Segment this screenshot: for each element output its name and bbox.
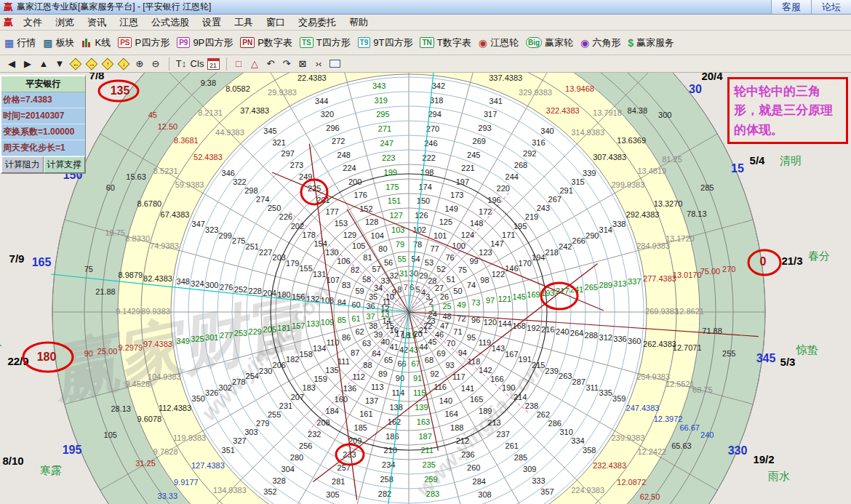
svg-text:54: 54 — [411, 255, 420, 263]
sectors-label: 板块 — [55, 36, 74, 49]
toolbar-button-winner-service[interactable]: $赢家服务 — [628, 36, 674, 49]
tool-contract[interactable]: ›‹ — [311, 57, 326, 71]
svg-text:312: 312 — [599, 333, 612, 342]
svg-text:15.63: 15.63 — [126, 172, 146, 181]
tool-zoom-out[interactable]: ⊖ — [148, 57, 163, 71]
svg-text:346: 346 — [222, 169, 235, 177]
t-square-label: T四方形 — [316, 36, 351, 49]
toolbar-button-quotes[interactable]: ▦行情 — [4, 36, 36, 49]
toolbar-button-gann-wheel[interactable]: ◉江恩轮 — [479, 36, 519, 49]
t-table-label: T数字表 — [437, 36, 471, 49]
menu-item-4[interactable]: 公式选股 — [145, 15, 196, 31]
menu-item-5[interactable]: 设置 — [196, 15, 228, 31]
svg-text:40: 40 — [381, 337, 390, 346]
gann-wheel-label: 江恩轮 — [490, 36, 519, 49]
calc-resistance-button[interactable]: 计算阻力 — [1, 156, 44, 173]
svg-text:150: 150 — [417, 196, 430, 205]
svg-text:167: 167 — [505, 350, 518, 359]
svg-text:305: 305 — [326, 490, 339, 499]
svg-text:256: 256 — [299, 441, 312, 450]
svg-text:264: 264 — [570, 329, 583, 337]
tool-rotate-ccw[interactable]: ↶ — [263, 57, 278, 71]
title-button-1[interactable]: 论坛 — [811, 0, 851, 14]
rotate-cw-icon: ↷ — [283, 58, 291, 69]
info-row-1: 时间=20140307 — [1, 108, 85, 124]
tool-pan-up[interactable]: ↑ — [100, 57, 115, 71]
winner-service-icon: $ — [628, 37, 634, 49]
svg-text:48: 48 — [442, 312, 451, 321]
gann-wheel-chart[interactable]: 赢家财富www.yingjia.comwww.yingjia.com123456… — [0, 73, 851, 504]
svg-text:299: 299 — [219, 231, 232, 240]
svg-text:9.6078: 9.6078 — [137, 415, 162, 423]
svg-text:358: 358 — [583, 446, 596, 455]
svg-text:288: 288 — [585, 331, 598, 340]
svg-text:3: 3 — [426, 292, 430, 301]
toolbar-button-9p-square[interactable]: P99P四方形 — [177, 36, 233, 49]
toolbar-button-sectors[interactable]: ▩板块 — [43, 36, 74, 49]
tool-zoom-in[interactable]: ⊕ — [132, 57, 147, 71]
svg-text:283: 283 — [426, 489, 439, 498]
tool-cls[interactable]: Cls — [190, 57, 204, 71]
svg-text:169: 169 — [527, 290, 540, 299]
svg-text:270: 270 — [722, 265, 735, 273]
toolbar-button-hexagon[interactable]: ◉六角形 — [580, 36, 620, 49]
svg-text:273: 273 — [290, 161, 303, 169]
svg-text:300: 300 — [205, 281, 218, 289]
toolbar-button-winner-wheel[interactable]: Big赢家轮 — [526, 36, 573, 49]
menu-item-1[interactable]: 浏览 — [49, 15, 81, 31]
tool-rotate-cw[interactable]: ↷ — [279, 57, 294, 71]
toolbar-button-t-table[interactable]: TNT数字表 — [420, 36, 471, 49]
menu-item-8[interactable]: 交易委托 — [292, 15, 343, 31]
tool-screen[interactable] — [327, 57, 342, 71]
toolbar-button-t-square[interactable]: TST四方形 — [300, 36, 351, 49]
menu-item-7[interactable]: 窗口 — [260, 15, 292, 31]
menu-item-0[interactable]: 文件 — [17, 15, 49, 31]
tool-calendar[interactable]: 21 — [206, 57, 220, 71]
menu-item-2[interactable]: 资讯 — [81, 15, 113, 31]
svg-text:45: 45 — [148, 111, 157, 119]
tool-nav-down[interactable]: ▼ — [52, 57, 67, 71]
svg-text:29.9383: 29.9383 — [268, 88, 297, 97]
svg-text:135: 135 — [111, 84, 130, 97]
svg-text:265: 265 — [585, 283, 598, 292]
svg-text:219: 219 — [525, 212, 538, 221]
svg-text:8.3681: 8.3681 — [174, 136, 199, 145]
tool-nav-up[interactable]: ▲ — [36, 57, 51, 71]
tool-nav-left[interactable]: ◀ — [4, 57, 19, 71]
svg-text:262: 262 — [537, 410, 550, 419]
svg-text:53: 53 — [425, 258, 434, 267]
svg-text:70: 70 — [447, 339, 455, 348]
tool-pan-right[interactable]: → — [84, 57, 99, 71]
svg-text:127: 127 — [389, 211, 402, 220]
quotes-icon: ▦ — [4, 37, 14, 49]
title-button-0[interactable]: 客服 — [771, 0, 811, 14]
tool-t-updown[interactable]: T↕ — [174, 57, 188, 71]
svg-text:254: 254 — [246, 372, 259, 380]
toolbar-button-p-square[interactable]: PSP四方形 — [118, 36, 169, 49]
tool-draw-triangle[interactable]: △ — [247, 57, 262, 71]
tool-nav-right[interactable]: ▶ — [20, 57, 35, 71]
svg-text:133: 133 — [306, 319, 319, 328]
svg-text:218: 218 — [546, 248, 559, 257]
svg-text:174: 174 — [418, 183, 431, 191]
svg-text:309: 309 — [523, 465, 536, 473]
tool-pan-left[interactable]: ← — [68, 57, 83, 71]
menu-item-3[interactable]: 江恩 — [113, 15, 145, 31]
svg-text:109: 109 — [321, 318, 334, 327]
svg-text:74.9383: 74.9383 — [150, 241, 179, 250]
menu-item-9[interactable]: 帮助 — [343, 15, 375, 31]
tool-draw-square[interactable]: □ — [231, 57, 246, 71]
svg-text:243: 243 — [537, 204, 550, 212]
calc-support-button[interactable]: 计算支撑 — [44, 156, 86, 173]
toolbar-button-p-table[interactable]: PNP数字表 — [240, 36, 292, 49]
svg-text:62: 62 — [355, 327, 364, 336]
svg-text:36: 36 — [366, 302, 375, 311]
toolbar-button-9t-square[interactable]: T99T四方形 — [358, 36, 413, 49]
svg-text:340: 340 — [540, 127, 554, 135]
tool-x-box[interactable]: ⊠ — [295, 57, 310, 71]
svg-text:125: 125 — [439, 217, 452, 226]
menu-item-6[interactable]: 工具 — [228, 15, 260, 31]
pan-down-icon: ↓ — [118, 57, 130, 70]
tool-pan-down[interactable]: ↓ — [116, 57, 131, 71]
toolbar-button-kline[interactable]: K线 — [81, 36, 111, 49]
